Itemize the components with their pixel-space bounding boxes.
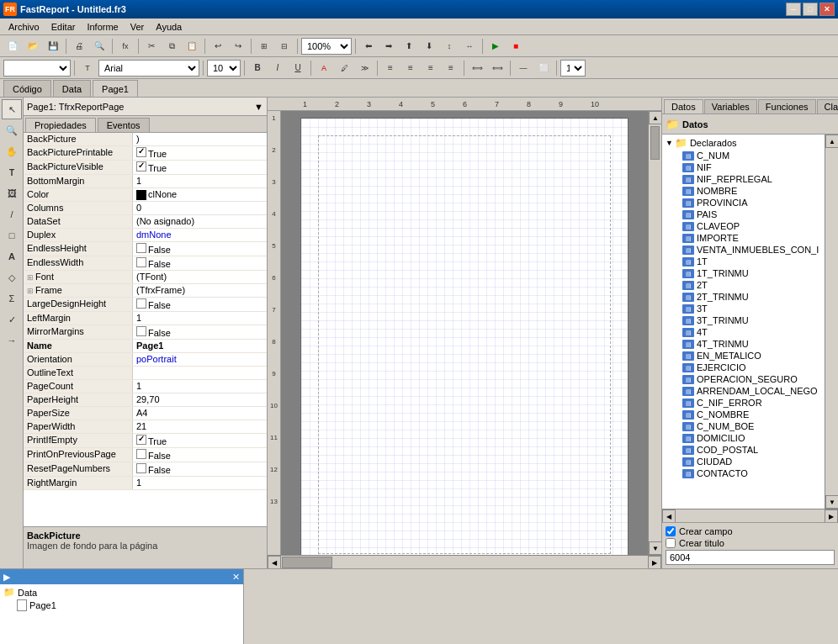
spacing2-button[interactable]: ↔ bbox=[460, 37, 479, 55]
tree-item-declarados[interactable]: ▼📁Declarados bbox=[664, 136, 823, 150]
prop-row[interactable]: ⊞Font(TFont) bbox=[24, 271, 267, 284]
align-text-center[interactable]: ≡ bbox=[401, 59, 420, 77]
prop-row[interactable]: EndlessWidthFalse bbox=[24, 256, 267, 271]
align-top-button[interactable]: ⬆ bbox=[400, 37, 418, 55]
scroll-up-button[interactable]: ▲ bbox=[649, 111, 661, 124]
create-title-checkbox[interactable] bbox=[666, 538, 676, 548]
bottom-tree[interactable]: 📁 Data Page1 bbox=[0, 584, 243, 644]
tree-item[interactable]: ▤1T bbox=[681, 256, 823, 267]
scroll-right-button[interactable]: ▶ bbox=[648, 556, 661, 568]
canvas-vscroll[interactable]: ▲ ▼ bbox=[648, 111, 661, 555]
tab-data[interactable]: Data bbox=[53, 80, 91, 97]
grid2-button[interactable]: ⊟ bbox=[275, 37, 294, 55]
right-scroll-down[interactable]: ▼ bbox=[825, 495, 838, 509]
scroll-thumb-inner[interactable] bbox=[650, 126, 660, 160]
tree-item[interactable]: ▤CIUDAD bbox=[681, 456, 823, 467]
prop-tab-propiedades[interactable]: Propiedades bbox=[25, 118, 96, 132]
prop-row[interactable]: NamePage1 bbox=[24, 340, 267, 353]
tree-item[interactable]: ▤4T_TRINMU bbox=[681, 338, 823, 350]
prop-row[interactable]: BackPicture) bbox=[24, 133, 267, 146]
prop-row[interactable]: PrintIfEmpty✓True bbox=[24, 434, 267, 448]
text-color-button[interactable]: A bbox=[315, 59, 333, 77]
zoom-select[interactable]: 100% 75% 150% bbox=[301, 38, 352, 55]
tree-item[interactable]: ▤C_NIF_ERROR bbox=[681, 397, 823, 409]
tree-item[interactable]: ▤NIF bbox=[681, 161, 823, 173]
menu-archivo[interactable]: Archivo bbox=[3, 20, 45, 34]
canvas-hscroll[interactable]: ◀ ▶ bbox=[268, 555, 661, 568]
right-hscroll[interactable]: ◀ ▶ bbox=[662, 509, 838, 522]
prop-row[interactable]: PaperWidth21 bbox=[24, 420, 267, 434]
num-select[interactable]: 1 bbox=[560, 60, 586, 77]
right-hscroll-left[interactable]: ◀ bbox=[662, 509, 676, 523]
tree-item[interactable]: ▤PROVINCIA bbox=[681, 197, 823, 209]
tree-item[interactable]: ▤3T bbox=[681, 303, 823, 314]
tree-item[interactable]: ▤DOMICILIO bbox=[681, 432, 823, 444]
prop-row[interactable]: LargeDesignHeightFalse bbox=[24, 298, 267, 312]
border-button[interactable]: ⬜ bbox=[534, 59, 553, 77]
prop-row[interactable]: BackPicturePrintable✓True bbox=[24, 146, 267, 161]
tool-line[interactable]: / bbox=[2, 204, 22, 224]
right-scroll-up[interactable]: ▲ bbox=[825, 135, 838, 148]
prop-row[interactable]: PaperHeight29,70 bbox=[24, 393, 267, 407]
highlight-button[interactable]: 🖊 bbox=[335, 59, 353, 77]
scroll-left-button[interactable]: ◀ bbox=[268, 556, 281, 568]
scroll-down-button[interactable]: ▼ bbox=[649, 541, 661, 555]
tree-item[interactable]: ▤VENTA_INMUEBLES_CON_I bbox=[681, 244, 823, 256]
minimize-button[interactable]: ─ bbox=[786, 3, 801, 16]
prop-row[interactable]: PrintOnPreviousPageFalse bbox=[24, 448, 267, 462]
bold-button[interactable]: B bbox=[248, 59, 267, 77]
align-right-button[interactable]: ➡ bbox=[379, 37, 398, 55]
title-bar-controls[interactable]: ─ □ ✕ bbox=[786, 3, 835, 16]
tree-item[interactable]: ▤CONTACTO bbox=[681, 467, 823, 479]
more-button[interactable]: ≫ bbox=[355, 59, 374, 77]
right-hscroll-right[interactable]: ▶ bbox=[825, 509, 838, 523]
prop-row[interactable]: RightMargin1 bbox=[24, 477, 267, 490]
tree-item[interactable]: ▤2T_TRINMU bbox=[681, 291, 823, 303]
open-button[interactable]: 📂 bbox=[24, 37, 42, 55]
print-button[interactable]: 🖨 bbox=[70, 37, 88, 55]
line-button[interactable]: — bbox=[514, 59, 533, 77]
find-button[interactable]: fx bbox=[116, 37, 135, 55]
tree-area[interactable]: ▼📁Declarados▤C_NUM▤NIF▤NIF_REPRLEGAL▤NOM… bbox=[662, 135, 825, 509]
tree-item[interactable]: ▤C_NUM_BOE bbox=[681, 420, 823, 432]
prop-row[interactable]: BottomMargin1 bbox=[24, 175, 267, 188]
align-left-button[interactable]: ⬅ bbox=[359, 37, 378, 55]
undo-button[interactable]: ↩ bbox=[209, 37, 227, 55]
tree-item[interactable]: ▤CLAVEOP bbox=[681, 220, 823, 232]
tool-picture[interactable]: 🖼 bbox=[2, 183, 22, 203]
tree-item[interactable]: ▤C_NOMBRE bbox=[681, 409, 823, 420]
scroll-thumb[interactable] bbox=[649, 124, 661, 541]
prop-row[interactable]: OrientationpoPortrait bbox=[24, 353, 267, 367]
canvas-scroll[interactable] bbox=[281, 111, 648, 555]
tree-item[interactable]: ▤1T_TRINMU bbox=[681, 267, 823, 279]
size-select[interactable]: 10 bbox=[207, 60, 241, 77]
italic-button[interactable]: I bbox=[268, 59, 287, 77]
tool-check[interactable]: ✓ bbox=[2, 309, 22, 330]
menu-editar[interactable]: Editar bbox=[46, 20, 81, 34]
tree-item[interactable]: ▤COD_POSTAL bbox=[681, 444, 823, 456]
tree-item[interactable]: ▤2T bbox=[681, 279, 823, 291]
hscroll-thumb[interactable] bbox=[282, 557, 332, 568]
tree-item[interactable]: ▤PAIS bbox=[681, 209, 823, 220]
bottom-item-data[interactable]: 📁 Data bbox=[2, 586, 241, 599]
right-tab-datos[interactable]: Datos bbox=[664, 99, 703, 113]
tool-rect[interactable]: □ bbox=[2, 225, 22, 245]
bottom-item-page1[interactable]: Page1 bbox=[15, 599, 241, 612]
redo-button[interactable]: ↪ bbox=[229, 37, 247, 55]
tab-codigo[interactable]: Código bbox=[3, 80, 51, 97]
tree-item[interactable]: ▤NOMBRE bbox=[681, 185, 823, 197]
align-bottom-button[interactable]: ⬇ bbox=[420, 37, 438, 55]
copy-button[interactable]: ⧉ bbox=[162, 37, 181, 55]
tab-page1[interactable]: Page1 bbox=[93, 80, 138, 97]
justify-button[interactable]: ≡ bbox=[442, 59, 460, 77]
prop-row[interactable]: DuplexdmNone bbox=[24, 229, 267, 242]
close-button[interactable]: ✕ bbox=[819, 3, 835, 16]
preview-button[interactable]: 🔍 bbox=[90, 37, 109, 55]
right-tab-funciones[interactable]: Funciones bbox=[758, 99, 816, 113]
save-button[interactable]: 💾 bbox=[44, 37, 62, 55]
prop-row[interactable]: DataSet(No asignado) bbox=[24, 215, 267, 229]
run-button[interactable]: ▶ bbox=[486, 37, 505, 55]
prop-row[interactable]: Columns0 bbox=[24, 202, 267, 215]
right-vscroll[interactable]: ▲ ▼ bbox=[825, 135, 838, 509]
maximize-button[interactable]: □ bbox=[803, 3, 818, 16]
